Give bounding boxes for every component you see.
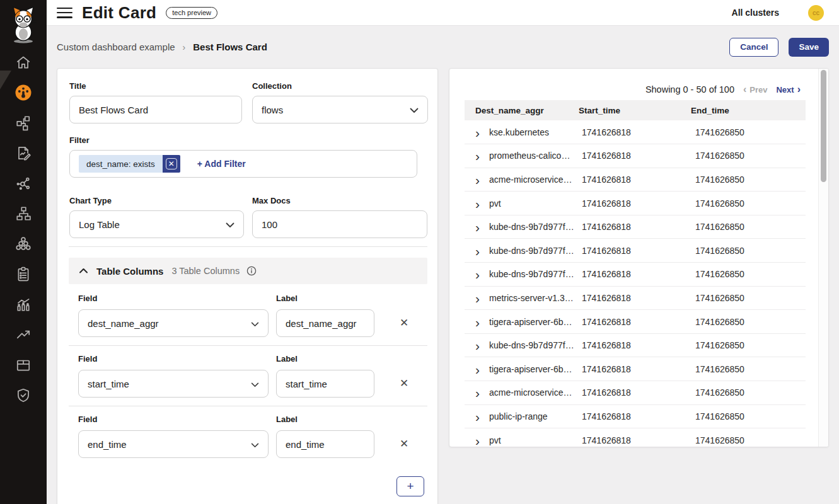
prev-page-button[interactable]: ‹ Prev bbox=[743, 84, 768, 94]
remove-column-button[interactable]: ✕ bbox=[398, 435, 410, 452]
collection-select[interactable]: flows bbox=[252, 96, 428, 123]
document-edit-icon bbox=[15, 145, 32, 164]
preview-table-row: ›tigera-apiserver-6b…1741626818174162685… bbox=[465, 357, 806, 381]
row-end-time: 1741626850 bbox=[691, 263, 806, 287]
row-start-time: 1741626818 bbox=[579, 286, 691, 310]
remove-column-button[interactable]: ✕ bbox=[398, 314, 410, 331]
preview-table-row: ›kube-dns-9b7d977f…17416268181741626850 bbox=[465, 239, 806, 263]
row-end-time: 1741626850 bbox=[691, 120, 806, 144]
sidebar-item-home[interactable] bbox=[15, 55, 32, 72]
column-config-row: Field dest_name_aggr Label ✕ bbox=[57, 294, 439, 352]
row-dest-name-cell: ›kube-dns-9b7d977f… bbox=[465, 263, 579, 287]
label-input[interactable] bbox=[276, 370, 374, 398]
column-header-start-time: Start_time bbox=[579, 100, 691, 120]
row-dest-name-cell: ›tigera-apiserver-6b… bbox=[465, 310, 579, 334]
clipboard-list-icon bbox=[15, 266, 32, 285]
divider bbox=[69, 406, 427, 406]
row-dest-name: pvt bbox=[489, 435, 501, 445]
avatar[interactable]: cc bbox=[808, 5, 824, 21]
preview-table-header-row: Dest_name_aggr Start_time End_time bbox=[465, 100, 806, 120]
breadcrumb-parent-link[interactable]: Custom dashboard example bbox=[57, 42, 175, 52]
calico-cat-logo bbox=[9, 5, 38, 47]
field-label: Field bbox=[78, 294, 97, 303]
filter-label: Filter bbox=[69, 135, 90, 145]
divider bbox=[69, 246, 427, 247]
save-button[interactable]: Save bbox=[789, 38, 829, 57]
chart-type-select[interactable]: Log Table bbox=[69, 210, 244, 238]
row-start-time: 1741626818 bbox=[579, 428, 691, 447]
table-columns-count: 3 Table Columns bbox=[171, 266, 240, 276]
filter-chip: dest_name: exists ✕ bbox=[79, 155, 180, 173]
row-dest-name: kube-dns-9b7d977f… bbox=[489, 340, 574, 350]
row-start-time: 1741626818 bbox=[579, 168, 691, 192]
preview-table-row: ›kse.kubernetes17416268181741626850 bbox=[465, 120, 806, 144]
sidebar-item-security[interactable] bbox=[15, 388, 32, 404]
row-start-time: 1741626818 bbox=[579, 263, 691, 287]
preview-table-row: ›acme-microservice…17416268181741626850 bbox=[465, 381, 806, 405]
add-column-button[interactable]: + bbox=[396, 476, 424, 496]
sitemap-icon bbox=[15, 205, 32, 224]
scrollbar-thumb[interactable] bbox=[821, 70, 826, 182]
table-columns-title: Table Columns bbox=[96, 266, 163, 277]
sidebar-nav bbox=[0, 55, 47, 404]
preview-table-row: ›public-ip-range17416268181741626850 bbox=[465, 404, 806, 428]
remove-filter-button[interactable]: ✕ bbox=[163, 155, 180, 173]
pagination-bar: Showing 0 - 50 of 100 ‹ Prev Next › bbox=[645, 84, 801, 94]
breadcrumb-current: Best Flows Card bbox=[193, 42, 267, 52]
info-icon[interactable] bbox=[246, 266, 257, 276]
row-dest-name-cell: ›tigera-apiserver-6b… bbox=[465, 357, 579, 381]
sidebar-item-dashboard[interactable] bbox=[15, 86, 32, 102]
sidebar-item-topology[interactable] bbox=[15, 116, 32, 132]
sidebar-item-doc-edit[interactable] bbox=[15, 146, 32, 163]
preview-table-row: ›kube-dns-9b7d977f…17416268181741626850 bbox=[465, 333, 806, 357]
table-columns-header[interactable]: Table Columns 3 Table Columns bbox=[69, 258, 427, 284]
title-input[interactable] bbox=[69, 96, 242, 123]
sidebar-item-trends[interactable] bbox=[15, 328, 32, 344]
sidebar-item-sitemap[interactable] bbox=[15, 207, 32, 223]
chevron-right-icon: › bbox=[797, 84, 801, 94]
sidebar-item-reports[interactable] bbox=[15, 267, 32, 284]
field-select[interactable]: start_time bbox=[78, 370, 269, 398]
preview-table-row: ›metrics-server-v1.3…1741626818174162685… bbox=[465, 286, 806, 310]
home-icon bbox=[15, 54, 32, 73]
row-dest-name-cell: ›pvt bbox=[465, 192, 579, 215]
row-dest-name: metrics-server-v1.3… bbox=[489, 293, 574, 303]
max-docs-input[interactable] bbox=[252, 210, 427, 238]
cancel-button[interactable]: Cancel bbox=[729, 38, 778, 57]
sidebar-item-analytics[interactable] bbox=[15, 297, 32, 314]
collapse-chevron-icon[interactable] bbox=[79, 268, 88, 274]
field-select[interactable]: dest_name_aggr bbox=[78, 309, 269, 337]
label-input[interactable] bbox=[276, 309, 374, 337]
row-end-time: 1741626850 bbox=[691, 404, 806, 428]
row-dest-name-cell: ›pvt bbox=[465, 428, 579, 447]
sidebar-item-graph[interactable] bbox=[15, 176, 32, 193]
row-start-time: 1741626818 bbox=[579, 357, 691, 381]
preview-table-row: ›kube-dns-9b7d977f…17416268181741626850 bbox=[465, 263, 806, 287]
max-docs-label: Max Docs bbox=[252, 196, 291, 205]
next-page-button[interactable]: Next › bbox=[776, 84, 801, 94]
remove-column-button[interactable]: ✕ bbox=[398, 375, 410, 391]
bar-line-chart-icon bbox=[15, 296, 32, 315]
add-filter-link[interactable]: + Add Filter bbox=[197, 159, 246, 169]
row-start-time: 1741626818 bbox=[579, 239, 691, 263]
row-dest-name: prometheus-calico… bbox=[489, 151, 570, 161]
row-dest-name: acme-microservice… bbox=[489, 387, 572, 398]
edit-card-form-panel: Title Collection flows Filter dest_name:… bbox=[57, 68, 438, 504]
hamburger-menu-icon[interactable] bbox=[57, 8, 72, 18]
label-label: Label bbox=[276, 415, 298, 424]
gauge-icon bbox=[15, 84, 32, 103]
sidebar-item-packages[interactable] bbox=[15, 358, 32, 374]
row-end-time: 1741626850 bbox=[691, 333, 806, 357]
chevron-down-icon bbox=[251, 379, 259, 389]
cluster-selector[interactable]: All clusters bbox=[732, 8, 779, 18]
sidebar-item-cluster[interactable] bbox=[15, 237, 32, 253]
column-header-dest-name: Dest_name_aggr bbox=[465, 100, 579, 120]
column-config-row: Field start_time Label ✕ bbox=[57, 354, 439, 412]
row-end-time: 1741626850 bbox=[691, 168, 806, 192]
field-select[interactable]: end_time bbox=[78, 430, 269, 458]
label-input[interactable] bbox=[276, 430, 374, 458]
close-icon: ✕ bbox=[166, 158, 177, 169]
breadcrumb-separator-icon: › bbox=[183, 42, 186, 52]
row-start-time: 1741626818 bbox=[579, 333, 691, 357]
chevron-down-icon bbox=[251, 318, 259, 329]
